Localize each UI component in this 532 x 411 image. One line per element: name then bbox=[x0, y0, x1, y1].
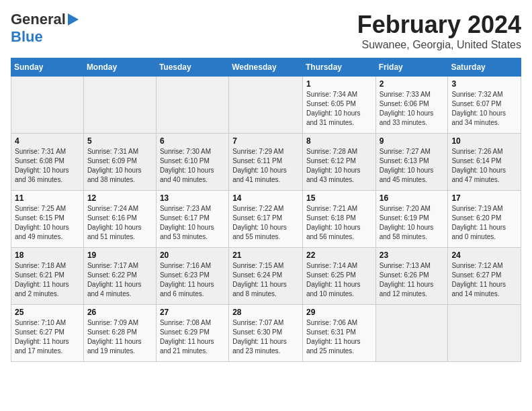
calendar-cell: 10Sunrise: 7:26 AM Sunset: 6:14 PM Dayli… bbox=[448, 134, 521, 191]
day-info: Sunrise: 7:31 AM Sunset: 6:08 PM Dayligh… bbox=[15, 147, 80, 185]
day-number: 23 bbox=[380, 250, 445, 260]
day-info: Sunrise: 7:30 AM Sunset: 6:10 PM Dayligh… bbox=[160, 147, 225, 185]
calendar-cell: 23Sunrise: 7:13 AM Sunset: 6:26 PM Dayli… bbox=[375, 248, 448, 305]
header-monday: Monday bbox=[83, 58, 156, 77]
calendar-week-3: 11Sunrise: 7:25 AM Sunset: 6:15 PM Dayli… bbox=[11, 191, 521, 248]
logo-blue: Blue bbox=[11, 28, 43, 45]
header-tuesday: Tuesday bbox=[156, 58, 228, 77]
day-info: Sunrise: 7:16 AM Sunset: 6:23 PM Dayligh… bbox=[160, 261, 225, 299]
calendar-cell: 24Sunrise: 7:12 AM Sunset: 6:27 PM Dayli… bbox=[448, 248, 521, 305]
day-number: 1 bbox=[306, 79, 372, 89]
day-number: 4 bbox=[15, 136, 80, 146]
calendar-cell: 8Sunrise: 7:28 AM Sunset: 6:12 PM Daylig… bbox=[302, 134, 375, 191]
header-sunday: Sunday bbox=[11, 58, 84, 77]
day-info: Sunrise: 7:26 AM Sunset: 6:14 PM Dayligh… bbox=[451, 147, 517, 185]
calendar-cell bbox=[375, 305, 448, 362]
day-number: 18 bbox=[15, 250, 80, 260]
day-number: 28 bbox=[232, 308, 299, 317]
day-number: 11 bbox=[15, 193, 80, 203]
day-number: 22 bbox=[306, 250, 372, 260]
day-info: Sunrise: 7:25 AM Sunset: 6:15 PM Dayligh… bbox=[15, 204, 80, 242]
day-number: 21 bbox=[232, 250, 299, 260]
calendar-week-4: 18Sunrise: 7:18 AM Sunset: 6:21 PM Dayli… bbox=[11, 248, 521, 305]
logo-general: General bbox=[11, 11, 66, 28]
day-number: 2 bbox=[380, 79, 445, 89]
day-info: Sunrise: 7:15 AM Sunset: 6:24 PM Dayligh… bbox=[232, 261, 299, 299]
day-info: Sunrise: 7:07 AM Sunset: 6:30 PM Dayligh… bbox=[232, 318, 299, 356]
calendar-cell: 22Sunrise: 7:14 AM Sunset: 6:25 PM Dayli… bbox=[302, 248, 375, 305]
day-info: Sunrise: 7:19 AM Sunset: 6:20 PM Dayligh… bbox=[451, 204, 517, 242]
day-info: Sunrise: 7:08 AM Sunset: 6:29 PM Dayligh… bbox=[160, 318, 225, 356]
day-info: Sunrise: 7:10 AM Sunset: 6:27 PM Dayligh… bbox=[15, 318, 80, 356]
day-info: Sunrise: 7:33 AM Sunset: 6:06 PM Dayligh… bbox=[380, 90, 445, 128]
calendar-cell: 3Sunrise: 7:32 AM Sunset: 6:07 PM Daylig… bbox=[448, 77, 521, 134]
header-thursday: Thursday bbox=[302, 58, 375, 77]
header-wednesday: Wednesday bbox=[229, 58, 303, 77]
calendar-cell: 7Sunrise: 7:29 AM Sunset: 6:11 PM Daylig… bbox=[229, 134, 303, 191]
calendar-cell: 5Sunrise: 7:31 AM Sunset: 6:09 PM Daylig… bbox=[83, 134, 156, 191]
logo: General Blue bbox=[11, 11, 79, 46]
calendar-cell bbox=[11, 77, 84, 134]
calendar-cell: 19Sunrise: 7:17 AM Sunset: 6:22 PM Dayli… bbox=[83, 248, 156, 305]
day-info: Sunrise: 7:20 AM Sunset: 6:19 PM Dayligh… bbox=[380, 204, 445, 242]
calendar-cell: 18Sunrise: 7:18 AM Sunset: 6:21 PM Dayli… bbox=[11, 248, 84, 305]
day-info: Sunrise: 7:18 AM Sunset: 6:21 PM Dayligh… bbox=[15, 261, 80, 299]
calendar-cell bbox=[229, 77, 303, 134]
day-info: Sunrise: 7:28 AM Sunset: 6:12 PM Dayligh… bbox=[306, 147, 372, 185]
calendar-week-2: 4Sunrise: 7:31 AM Sunset: 6:08 PM Daylig… bbox=[11, 134, 521, 191]
calendar-cell: 14Sunrise: 7:22 AM Sunset: 6:17 PM Dayli… bbox=[229, 191, 303, 248]
day-number: 27 bbox=[160, 308, 225, 317]
calendar-cell: 13Sunrise: 7:23 AM Sunset: 6:17 PM Dayli… bbox=[156, 191, 228, 248]
day-info: Sunrise: 7:31 AM Sunset: 6:09 PM Dayligh… bbox=[87, 147, 152, 185]
day-info: Sunrise: 7:34 AM Sunset: 6:05 PM Dayligh… bbox=[306, 90, 372, 128]
day-number: 5 bbox=[87, 136, 152, 146]
day-number: 26 bbox=[87, 308, 152, 317]
day-number: 3 bbox=[451, 79, 517, 89]
day-number: 8 bbox=[306, 136, 372, 146]
calendar-cell: 17Sunrise: 7:19 AM Sunset: 6:20 PM Dayli… bbox=[448, 191, 521, 248]
calendar-cell bbox=[156, 77, 228, 134]
day-number: 6 bbox=[160, 136, 225, 146]
month-year-title: February 2024 bbox=[357, 11, 521, 39]
day-number: 20 bbox=[160, 250, 225, 260]
calendar-cell: 9Sunrise: 7:27 AM Sunset: 6:13 PM Daylig… bbox=[375, 134, 448, 191]
location-subtitle: Suwanee, Georgia, United States bbox=[357, 39, 521, 51]
day-info: Sunrise: 7:13 AM Sunset: 6:26 PM Dayligh… bbox=[380, 261, 445, 299]
calendar-cell: 28Sunrise: 7:07 AM Sunset: 6:30 PM Dayli… bbox=[229, 305, 303, 362]
day-info: Sunrise: 7:23 AM Sunset: 6:17 PM Dayligh… bbox=[160, 204, 225, 242]
day-number: 29 bbox=[306, 308, 372, 317]
header-saturday: Saturday bbox=[448, 58, 521, 77]
logo-arrow-icon bbox=[68, 13, 79, 26]
day-info: Sunrise: 7:29 AM Sunset: 6:11 PM Dayligh… bbox=[232, 147, 299, 185]
calendar-cell: 15Sunrise: 7:21 AM Sunset: 6:18 PM Dayli… bbox=[302, 191, 375, 248]
calendar-cell: 2Sunrise: 7:33 AM Sunset: 6:06 PM Daylig… bbox=[375, 77, 448, 134]
day-info: Sunrise: 7:17 AM Sunset: 6:22 PM Dayligh… bbox=[87, 261, 152, 299]
calendar-cell: 1Sunrise: 7:34 AM Sunset: 6:05 PM Daylig… bbox=[302, 77, 375, 134]
calendar-cell bbox=[83, 77, 156, 134]
calendar-cell: 4Sunrise: 7:31 AM Sunset: 6:08 PM Daylig… bbox=[11, 134, 84, 191]
day-info: Sunrise: 7:12 AM Sunset: 6:27 PM Dayligh… bbox=[451, 261, 517, 299]
calendar-cell: 20Sunrise: 7:16 AM Sunset: 6:23 PM Dayli… bbox=[156, 248, 228, 305]
calendar-cell: 12Sunrise: 7:24 AM Sunset: 6:16 PM Dayli… bbox=[83, 191, 156, 248]
calendar-cell: 29Sunrise: 7:06 AM Sunset: 6:31 PM Dayli… bbox=[302, 305, 375, 362]
day-info: Sunrise: 7:06 AM Sunset: 6:31 PM Dayligh… bbox=[306, 318, 372, 356]
calendar-cell: 26Sunrise: 7:09 AM Sunset: 6:28 PM Dayli… bbox=[83, 305, 156, 362]
day-number: 17 bbox=[451, 193, 517, 203]
calendar-header-row: SundayMondayTuesdayWednesdayThursdayFrid… bbox=[11, 58, 521, 77]
day-number: 19 bbox=[87, 250, 152, 260]
header: General Blue February 2024 Suwanee, Geor… bbox=[11, 11, 521, 51]
day-number: 15 bbox=[306, 193, 372, 203]
day-info: Sunrise: 7:14 AM Sunset: 6:25 PM Dayligh… bbox=[306, 261, 372, 299]
day-info: Sunrise: 7:09 AM Sunset: 6:28 PM Dayligh… bbox=[87, 318, 152, 356]
calendar-week-1: 1Sunrise: 7:34 AM Sunset: 6:05 PM Daylig… bbox=[11, 77, 521, 134]
day-number: 14 bbox=[232, 193, 299, 203]
calendar-cell: 27Sunrise: 7:08 AM Sunset: 6:29 PM Dayli… bbox=[156, 305, 228, 362]
day-number: 24 bbox=[451, 250, 517, 260]
calendar-week-5: 25Sunrise: 7:10 AM Sunset: 6:27 PM Dayli… bbox=[11, 305, 521, 362]
day-info: Sunrise: 7:21 AM Sunset: 6:18 PM Dayligh… bbox=[306, 204, 372, 242]
calendar-cell: 16Sunrise: 7:20 AM Sunset: 6:19 PM Dayli… bbox=[375, 191, 448, 248]
day-number: 7 bbox=[232, 136, 299, 146]
calendar-cell: 11Sunrise: 7:25 AM Sunset: 6:15 PM Dayli… bbox=[11, 191, 84, 248]
calendar-table: SundayMondayTuesdayWednesdayThursdayFrid… bbox=[11, 58, 521, 362]
day-info: Sunrise: 7:24 AM Sunset: 6:16 PM Dayligh… bbox=[87, 204, 152, 242]
